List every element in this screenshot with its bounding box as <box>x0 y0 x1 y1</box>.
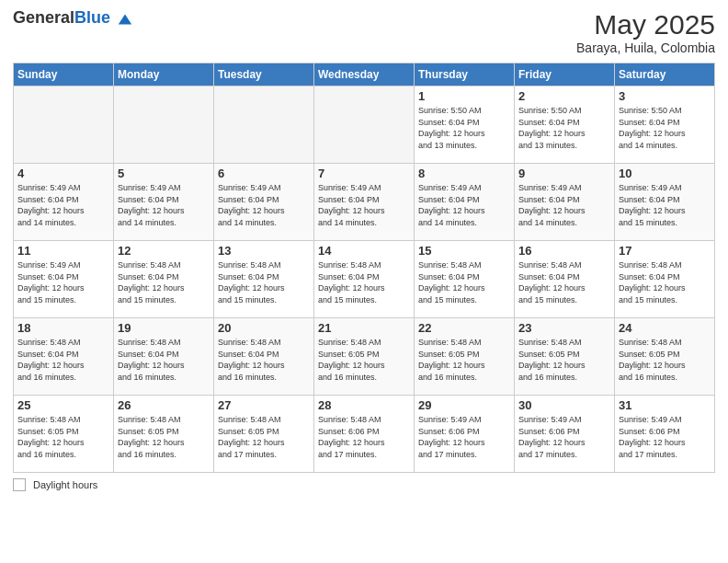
day-number: 6 <box>218 167 310 180</box>
day-number: 27 <box>218 398 310 412</box>
week-row-5: 25Sunrise: 5:48 AM Sunset: 6:05 PM Dayli… <box>14 396 715 473</box>
calendar-cell: 6Sunrise: 5:49 AM Sunset: 6:04 PM Daylig… <box>214 164 314 241</box>
calendar-cell: 5Sunrise: 5:49 AM Sunset: 6:04 PM Daylig… <box>114 164 214 241</box>
calendar-cell: 12Sunrise: 5:48 AM Sunset: 6:04 PM Dayli… <box>114 241 214 318</box>
day-info: Sunrise: 5:48 AM Sunset: 6:04 PM Dayligh… <box>118 259 210 305</box>
header: GeneralBlue May 2025 Baraya, Huila, Colo… <box>13 9 715 55</box>
calendar-cell: 11Sunrise: 5:49 AM Sunset: 6:04 PM Dayli… <box>14 241 114 318</box>
calendar-cell: 18Sunrise: 5:48 AM Sunset: 6:04 PM Dayli… <box>14 318 114 396</box>
day-number: 13 <box>218 244 310 258</box>
calendar-subtitle: Baraya, Huila, Colombia <box>576 40 715 55</box>
day-number: 19 <box>118 321 210 335</box>
day-info: Sunrise: 5:48 AM Sunset: 6:05 PM Dayligh… <box>418 337 510 383</box>
calendar-cell: 31Sunrise: 5:49 AM Sunset: 6:06 PM Dayli… <box>615 396 715 473</box>
day-info: Sunrise: 5:49 AM Sunset: 6:04 PM Dayligh… <box>518 182 610 228</box>
day-number: 9 <box>518 167 610 180</box>
calendar-cell: 24Sunrise: 5:48 AM Sunset: 6:05 PM Dayli… <box>615 318 715 396</box>
legend-box <box>13 478 26 491</box>
day-info: Sunrise: 5:49 AM Sunset: 6:06 PM Dayligh… <box>619 414 711 460</box>
day-info: Sunrise: 5:49 AM Sunset: 6:04 PM Dayligh… <box>619 182 711 228</box>
weekday-header-friday: Friday <box>515 63 615 86</box>
day-info: Sunrise: 5:49 AM Sunset: 6:04 PM Dayligh… <box>17 182 109 228</box>
calendar-cell: 19Sunrise: 5:48 AM Sunset: 6:04 PM Dayli… <box>114 318 214 396</box>
day-number: 17 <box>619 244 711 258</box>
calendar-cell: 7Sunrise: 5:49 AM Sunset: 6:04 PM Daylig… <box>314 164 415 241</box>
calendar-cell: 1Sunrise: 5:50 AM Sunset: 6:04 PM Daylig… <box>415 86 515 164</box>
day-number: 30 <box>518 398 610 412</box>
day-number: 15 <box>418 244 510 258</box>
day-info: Sunrise: 5:48 AM Sunset: 6:04 PM Dayligh… <box>17 337 109 383</box>
calendar-cell: 20Sunrise: 5:48 AM Sunset: 6:04 PM Dayli… <box>214 318 314 396</box>
day-number: 5 <box>118 167 210 180</box>
day-info: Sunrise: 5:49 AM Sunset: 6:04 PM Dayligh… <box>17 259 109 305</box>
day-number: 20 <box>218 321 310 335</box>
calendar-cell: 17Sunrise: 5:48 AM Sunset: 6:04 PM Dayli… <box>615 241 715 318</box>
calendar-cell: 10Sunrise: 5:49 AM Sunset: 6:04 PM Dayli… <box>615 164 715 241</box>
weekday-header-saturday: Saturday <box>615 63 715 86</box>
day-info: Sunrise: 5:50 AM Sunset: 6:04 PM Dayligh… <box>418 105 510 151</box>
calendar-cell: 13Sunrise: 5:48 AM Sunset: 6:04 PM Dayli… <box>214 241 314 318</box>
calendar-cell: 23Sunrise: 5:48 AM Sunset: 6:05 PM Dayli… <box>515 318 615 396</box>
day-number: 1 <box>418 89 510 103</box>
calendar-cell: 25Sunrise: 5:48 AM Sunset: 6:05 PM Dayli… <box>14 396 114 473</box>
weekday-header-wednesday: Wednesday <box>314 63 415 86</box>
day-number: 31 <box>619 398 711 412</box>
week-row-4: 18Sunrise: 5:48 AM Sunset: 6:04 PM Dayli… <box>14 318 715 396</box>
logo: GeneralBlue <box>13 9 133 28</box>
calendar-cell <box>114 86 214 164</box>
day-number: 10 <box>619 167 711 180</box>
day-number: 11 <box>17 244 109 258</box>
calendar-title: May 2025 <box>576 9 715 40</box>
day-info: Sunrise: 5:48 AM Sunset: 6:05 PM Dayligh… <box>118 414 210 460</box>
day-number: 29 <box>418 398 510 412</box>
legend-label: Daylight hours <box>33 479 97 490</box>
day-info: Sunrise: 5:48 AM Sunset: 6:05 PM Dayligh… <box>318 337 410 383</box>
week-row-2: 4Sunrise: 5:49 AM Sunset: 6:04 PM Daylig… <box>14 164 715 241</box>
day-number: 4 <box>17 167 109 180</box>
day-info: Sunrise: 5:49 AM Sunset: 6:06 PM Dayligh… <box>418 414 510 460</box>
day-info: Sunrise: 5:48 AM Sunset: 6:04 PM Dayligh… <box>118 337 210 383</box>
day-info: Sunrise: 5:49 AM Sunset: 6:04 PM Dayligh… <box>418 182 510 228</box>
calendar-table: SundayMondayTuesdayWednesdayThursdayFrid… <box>13 63 715 473</box>
day-number: 25 <box>17 398 109 412</box>
day-number: 24 <box>619 321 711 335</box>
day-number: 2 <box>518 89 610 103</box>
day-info: Sunrise: 5:48 AM Sunset: 6:04 PM Dayligh… <box>518 259 610 305</box>
day-number: 12 <box>118 244 210 258</box>
day-info: Sunrise: 5:48 AM Sunset: 6:06 PM Dayligh… <box>318 414 410 460</box>
day-info: Sunrise: 5:48 AM Sunset: 6:04 PM Dayligh… <box>418 259 510 305</box>
calendar-cell: 15Sunrise: 5:48 AM Sunset: 6:04 PM Dayli… <box>415 241 515 318</box>
day-number: 16 <box>518 244 610 258</box>
day-info: Sunrise: 5:50 AM Sunset: 6:04 PM Dayligh… <box>518 105 610 151</box>
calendar-cell: 22Sunrise: 5:48 AM Sunset: 6:05 PM Dayli… <box>415 318 515 396</box>
calendar-cell: 8Sunrise: 5:49 AM Sunset: 6:04 PM Daylig… <box>415 164 515 241</box>
calendar-cell: 29Sunrise: 5:49 AM Sunset: 6:06 PM Dayli… <box>415 396 515 473</box>
day-info: Sunrise: 5:49 AM Sunset: 6:04 PM Dayligh… <box>318 182 410 228</box>
day-number: 26 <box>118 398 210 412</box>
week-row-3: 11Sunrise: 5:49 AM Sunset: 6:04 PM Dayli… <box>14 241 715 318</box>
calendar-cell: 9Sunrise: 5:49 AM Sunset: 6:04 PM Daylig… <box>515 164 615 241</box>
svg-marker-0 <box>119 14 131 24</box>
calendar-cell <box>214 86 314 164</box>
weekday-header-tuesday: Tuesday <box>214 63 314 86</box>
day-info: Sunrise: 5:48 AM Sunset: 6:05 PM Dayligh… <box>17 414 109 460</box>
day-info: Sunrise: 5:49 AM Sunset: 6:04 PM Dayligh… <box>118 182 210 228</box>
calendar-cell: 16Sunrise: 5:48 AM Sunset: 6:04 PM Dayli… <box>515 241 615 318</box>
day-number: 3 <box>619 89 711 103</box>
weekday-header-row: SundayMondayTuesdayWednesdayThursdayFrid… <box>14 63 715 86</box>
calendar-cell: 28Sunrise: 5:48 AM Sunset: 6:06 PM Dayli… <box>314 396 415 473</box>
calendar-cell: 3Sunrise: 5:50 AM Sunset: 6:04 PM Daylig… <box>615 86 715 164</box>
day-number: 21 <box>318 321 410 335</box>
logo-general-text: General <box>13 8 74 27</box>
calendar-cell: 2Sunrise: 5:50 AM Sunset: 6:04 PM Daylig… <box>515 86 615 164</box>
title-block: May 2025 Baraya, Huila, Colombia <box>576 9 715 55</box>
calendar-cell: 4Sunrise: 5:49 AM Sunset: 6:04 PM Daylig… <box>14 164 114 241</box>
day-number: 7 <box>318 167 410 180</box>
day-number: 23 <box>518 321 610 335</box>
calendar-cell <box>14 86 114 164</box>
week-row-1: 1Sunrise: 5:50 AM Sunset: 6:04 PM Daylig… <box>14 86 715 164</box>
day-info: Sunrise: 5:49 AM Sunset: 6:06 PM Dayligh… <box>518 414 610 460</box>
day-number: 22 <box>418 321 510 335</box>
day-info: Sunrise: 5:48 AM Sunset: 6:04 PM Dayligh… <box>619 259 711 305</box>
logo-icon <box>117 11 133 28</box>
